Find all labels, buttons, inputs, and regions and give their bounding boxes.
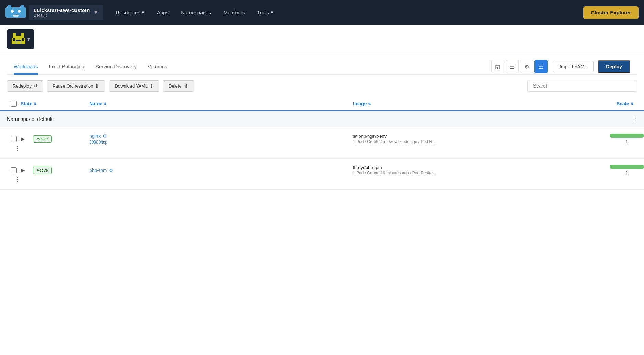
cluster-name: quickstart-aws-custom — [34, 7, 90, 13]
import-yaml-button[interactable]: Import YAML — [553, 61, 594, 72]
row-1-play-button[interactable]: ▶ — [21, 136, 27, 142]
table-header: State ⇅ Name ⇅ Image ⇅ Scale ⇅ — [0, 97, 644, 111]
redeploy-label: Redeploy — [13, 83, 32, 89]
row-1-name-cell: nginx ⚙ 30000/tcp — [89, 133, 353, 145]
row-1-name-text: nginx — [89, 133, 101, 139]
row-2-menu-button[interactable]: ⋮ — [14, 175, 21, 183]
delete-button[interactable]: Delete 🗑 — [163, 80, 194, 92]
nav-resources[interactable]: Resources ▾ — [110, 7, 150, 18]
action-bar: Redeploy ↺ Pause Orchestration ⏸ Downloa… — [0, 75, 644, 97]
group-view-button[interactable]: ⚙ — [520, 60, 533, 73]
rancher-logo-icon — [5, 4, 26, 21]
row-1-image-name: shiphp/nginx-env — [353, 134, 617, 139]
svg-rect-8 — [13, 36, 24, 38]
list-view-button[interactable]: ☰ — [506, 60, 519, 73]
row-2-state-badge: Active — [33, 167, 52, 174]
nav-namespaces[interactable]: Namespaces — [175, 7, 217, 18]
row-2-scale-number: 1 — [625, 170, 628, 175]
app-icon-button[interactable]: ▾ — [7, 29, 34, 49]
row-1-scale-bar — [610, 134, 644, 138]
table-view-button[interactable]: ☷ — [534, 60, 548, 73]
cluster-selector[interactable]: quickstart-aws-custom Default ▼ — [29, 5, 103, 20]
svg-rect-12 — [16, 40, 21, 41]
row-1-menu-button[interactable]: ⋮ — [14, 145, 21, 152]
row-1-workload-link[interactable]: nginx ⚙ — [89, 133, 353, 139]
redeploy-button[interactable]: Redeploy ↺ — [7, 80, 43, 92]
row-2-workload-link[interactable]: php-fpm ⚙ — [89, 168, 353, 173]
row-2-scale-cell: 1 — [617, 165, 637, 175]
delete-label: Delete — [169, 83, 182, 89]
row-1-image-cell: shiphp/nginx-env 1 Pod / Created a few s… — [353, 134, 617, 144]
row-2-image-meta: 1 Pod / Created 6 minutes ago / Pod Rest… — [353, 171, 617, 175]
tab-workloads[interactable]: Workloads — [14, 59, 38, 75]
view-icons: ◱ ☰ ⚙ ☷ Import YAML Deploy — [491, 60, 630, 73]
app-dropdown-icon: ▾ — [27, 36, 30, 42]
nav-tools[interactable]: Tools ▾ — [252, 7, 279, 18]
download-icon: ⬇ — [150, 83, 153, 89]
search-input[interactable] — [527, 80, 637, 92]
app-pixel-icon — [12, 33, 25, 45]
nav-apps[interactable]: Apps — [151, 7, 174, 18]
trash-icon: 🗑 — [184, 83, 188, 89]
row-1-state-cell: ▶ Active — [21, 135, 89, 143]
pause-orchestration-button[interactable]: Pause Orchestration ⏸ — [47, 80, 106, 92]
state-sort-icon: ⇅ — [34, 102, 36, 106]
cluster-explorer-button[interactable]: Cluster Explorer — [583, 6, 639, 19]
redeploy-icon: ↺ — [34, 83, 37, 89]
cluster-dropdown-icon: ▼ — [93, 9, 99, 15]
tab-service-discovery[interactable]: Service Discovery — [95, 59, 137, 75]
name-sort-icon: ⇅ — [104, 102, 106, 106]
state-column-header[interactable]: State ⇅ — [21, 101, 89, 106]
namespace-menu-button[interactable]: ⋮ — [632, 116, 637, 122]
row-1-scale-cell: 1 — [617, 134, 637, 144]
download-label: Download YAML — [115, 83, 148, 89]
row-2-scale-bar — [610, 165, 644, 169]
row-1-port-link[interactable]: 30000/tcp — [89, 140, 353, 145]
app-bar: ▾ — [0, 25, 644, 54]
nav-members-label: Members — [223, 10, 245, 15]
svg-point-3 — [11, 10, 14, 13]
nav-tools-label: Tools — [257, 10, 269, 15]
table-row: ▶ Active nginx ⚙ 30000/tcp shiphp/nginx-… — [0, 127, 644, 159]
tab-volumes[interactable]: Volumes — [148, 59, 168, 75]
image-sort-icon: ⇅ — [368, 102, 371, 106]
row-2-play-button[interactable]: ▶ — [21, 167, 27, 174]
image-column-header[interactable]: Image ⇅ — [353, 101, 617, 106]
svg-rect-7 — [21, 33, 24, 36]
select-all-checkbox[interactable] — [7, 101, 21, 107]
deploy-button[interactable]: Deploy — [598, 60, 630, 73]
row-2-image-cell: throyr/php-fpm 1 Pod / Created 6 minutes… — [353, 165, 617, 175]
row-1-image-meta: 1 Pod / Created a few seconds ago / Pod … — [353, 139, 617, 144]
scale-sort-icon: ⇅ — [631, 102, 633, 106]
svg-rect-6 — [13, 33, 16, 36]
nav-items: Resources ▾ Apps Namespaces Members Tool… — [110, 7, 583, 18]
logo — [5, 4, 26, 21]
nav-namespaces-label: Namespaces — [181, 10, 211, 15]
download-yaml-button[interactable]: Download YAML ⬇ — [109, 80, 159, 92]
row-2-name-cell: php-fpm ⚙ — [89, 168, 353, 173]
nav-members[interactable]: Members — [218, 7, 251, 18]
row-2-checkbox-cell — [7, 167, 21, 173]
nav-resources-chevron-icon: ▾ — [142, 9, 145, 15]
tab-load-balancing[interactable]: Load Balancing — [49, 59, 84, 75]
cluster-env: Default — [34, 13, 90, 18]
svg-rect-11 — [22, 38, 24, 41]
row-2-checkbox[interactable] — [11, 167, 17, 173]
namespace-group-row: Namespace: default ⋮ — [0, 111, 644, 127]
row-2-pod-icon: ⚙ — [109, 168, 113, 173]
svg-rect-15 — [16, 41, 21, 44]
row-2-state-cell: ▶ Active — [21, 167, 89, 174]
svg-point-4 — [18, 10, 21, 13]
svg-rect-1 — [7, 5, 11, 12]
name-column-header[interactable]: Name ⇅ — [89, 101, 353, 106]
row-1-checkbox[interactable] — [11, 136, 17, 142]
svg-rect-10 — [13, 38, 15, 41]
svg-rect-2 — [20, 5, 24, 12]
row-2-image-name: throyr/php-fpm — [353, 165, 617, 170]
tab-bar: Workloads Load Balancing Service Discove… — [7, 59, 637, 75]
scale-column-header[interactable]: Scale ⇅ — [617, 101, 637, 106]
row-1-state-badge: Active — [33, 135, 52, 143]
svg-rect-13 — [12, 41, 16, 44]
svg-rect-5 — [13, 15, 19, 17]
cube-view-button[interactable]: ◱ — [491, 60, 504, 73]
